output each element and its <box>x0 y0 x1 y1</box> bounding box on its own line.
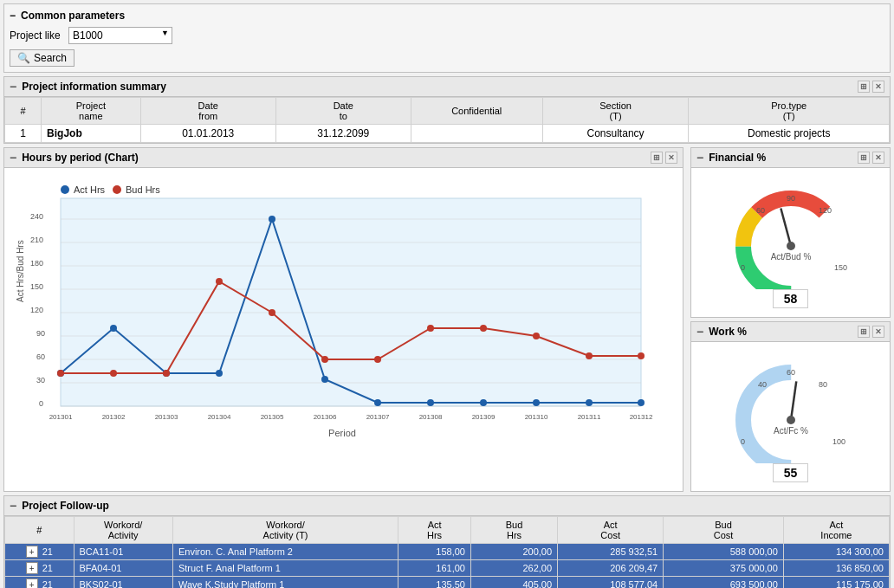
col-workord-t: Workord/Activity (T) <box>172 517 398 544</box>
svg-text:201309: 201309 <box>472 413 496 421</box>
svg-text:201304: 201304 <box>208 413 231 421</box>
col-section: Section(T) <box>542 98 689 125</box>
svg-text:201311: 201311 <box>578 413 601 421</box>
svg-text:201302: 201302 <box>102 413 126 421</box>
project-info-header: − Project information summary ⊞ ✕ <box>4 77 890 97</box>
followup-bud-cost: 693 500,00 <box>664 577 784 589</box>
search-icon: 🔍 <box>17 52 30 64</box>
search-button[interactable]: 🔍 Search <box>10 49 74 67</box>
followup-bud-cost: 375 000,00 <box>664 560 784 577</box>
col-bud-cost: BudCost <box>664 517 784 544</box>
svg-point-55 <box>374 356 381 363</box>
svg-text:Act/Bud %: Act/Bud % <box>770 252 811 262</box>
project-info-panel: − Project information summary ⊞ ✕ # Proj… <box>3 76 891 144</box>
chart-close-icon[interactable]: ✕ <box>665 152 677 164</box>
work-panel: − Work % ⊞ ✕ 0 40 60 80 100 <box>690 321 891 492</box>
svg-text:201301: 201301 <box>49 413 73 421</box>
col-hash: # <box>5 517 74 544</box>
financial-gauge-value: 58 <box>773 289 809 308</box>
expand-button[interactable]: + <box>26 578 38 588</box>
svg-line-79 <box>791 381 796 420</box>
svg-point-46 <box>533 399 540 406</box>
svg-text:Act/Fc %: Act/Fc % <box>773 426 807 436</box>
col-workord: Workord/Activity <box>74 517 172 544</box>
project-info-close-icon[interactable]: ✕ <box>872 81 884 93</box>
chart-right-section: − Hours by period (Chart) ⊞ ✕ Act Hrs Bu… <box>3 147 891 492</box>
work-gauge-svg: 0 40 60 80 100 Act/Fc % <box>722 351 860 463</box>
common-params-minus[interactable]: − <box>10 10 16 22</box>
followup-panel: − Project Follow-up # Workord/Activity W… <box>3 495 891 588</box>
col-act-cost: ActCost <box>558 517 664 544</box>
svg-text:90: 90 <box>36 329 45 338</box>
col-bud-hrs: BudHrs <box>470 517 557 544</box>
svg-text:Period: Period <box>328 428 356 438</box>
proj-section: Consultancy <box>542 125 689 143</box>
svg-text:100: 100 <box>832 437 845 446</box>
svg-point-52 <box>216 278 223 285</box>
followup-minus[interactable]: − <box>10 499 16 513</box>
svg-text:150: 150 <box>30 282 43 291</box>
svg-point-41 <box>269 216 275 223</box>
followup-bud-hrs: 405,00 <box>470 577 557 589</box>
svg-point-71 <box>787 242 795 250</box>
svg-point-2 <box>113 185 121 194</box>
followup-act-cost: 285 932,51 <box>558 544 664 560</box>
svg-point-50 <box>110 370 117 377</box>
financial-panel: − Financial % ⊞ ✕ <box>690 147 891 318</box>
svg-text:201303: 201303 <box>155 413 178 421</box>
chart-title: Hours by period (Chart) <box>22 152 645 164</box>
work-close-icon[interactable]: ✕ <box>872 326 884 338</box>
followup-bud-hrs: 200,00 <box>470 544 557 560</box>
financial-restore-icon[interactable]: ⊞ <box>858 152 870 164</box>
svg-point-80 <box>787 416 795 424</box>
svg-text:80: 80 <box>819 380 827 389</box>
right-panels: − Financial % ⊞ ✕ <box>690 147 891 492</box>
col-project-name: Projectname <box>42 98 141 125</box>
svg-point-53 <box>269 309 275 316</box>
svg-text:60: 60 <box>36 352 45 361</box>
chart-minus[interactable]: − <box>10 151 16 165</box>
followup-act-income: 115 175,00 <box>783 577 889 589</box>
svg-point-51 <box>163 370 170 377</box>
project-like-select[interactable]: B1000 <box>68 27 172 44</box>
project-info-table: # Projectname Datefrom Dateto Confidenti… <box>4 97 890 143</box>
svg-rect-4 <box>61 198 641 406</box>
financial-gauge-svg: 0 60 90 120 150 Act/Bud % <box>722 177 860 289</box>
chart-restore-icon[interactable]: ⊞ <box>651 152 663 164</box>
project-like-row: Project like B1000 <box>10 27 884 44</box>
svg-point-58 <box>533 333 540 339</box>
followup-num: 21 <box>42 546 53 557</box>
work-restore-icon[interactable]: ⊞ <box>858 326 870 338</box>
financial-close-icon[interactable]: ✕ <box>872 152 884 164</box>
svg-text:60: 60 <box>786 368 794 377</box>
svg-point-40 <box>216 370 223 377</box>
followup-activity: Struct F. Anal Platform 1 <box>172 560 398 577</box>
svg-point-48 <box>638 399 645 406</box>
expand-button[interactable]: + <box>26 546 38 558</box>
svg-text:201307: 201307 <box>366 413 390 421</box>
followup-act-cost: 108 577,04 <box>558 577 664 589</box>
project-info-minus[interactable]: − <box>10 80 16 94</box>
followup-act-hrs: 158,00 <box>398 544 471 560</box>
col-protype: Pro.type(T) <box>689 98 890 125</box>
financial-minus[interactable]: − <box>696 151 703 165</box>
followup-expand-cell: + 21 <box>5 577 74 589</box>
common-params-title: Common parameters <box>21 10 125 22</box>
followup-act-cost: 206 209,47 <box>558 560 664 577</box>
proj-date-from: 01.01.2013 <box>140 125 275 143</box>
col-act-income: ActIncome <box>783 517 889 544</box>
followup-act-income: 134 300,00 <box>783 544 889 560</box>
followup-act-hrs: 135,50 <box>398 577 471 589</box>
common-params-header: − Common parameters <box>10 10 884 22</box>
project-info-restore-icon[interactable]: ⊞ <box>858 81 870 93</box>
common-params-panel: − Common parameters Project like B1000 🔍… <box>3 3 891 73</box>
svg-text:0: 0 <box>39 399 43 408</box>
svg-point-57 <box>480 325 487 332</box>
work-minus[interactable]: − <box>696 325 703 339</box>
expand-button[interactable]: + <box>26 562 38 574</box>
svg-text:201308: 201308 <box>419 413 443 421</box>
followup-expand-cell: + 21 <box>5 560 74 577</box>
svg-point-45 <box>480 399 487 406</box>
svg-text:30: 30 <box>36 376 45 384</box>
followup-act-hrs: 161,00 <box>398 560 471 577</box>
